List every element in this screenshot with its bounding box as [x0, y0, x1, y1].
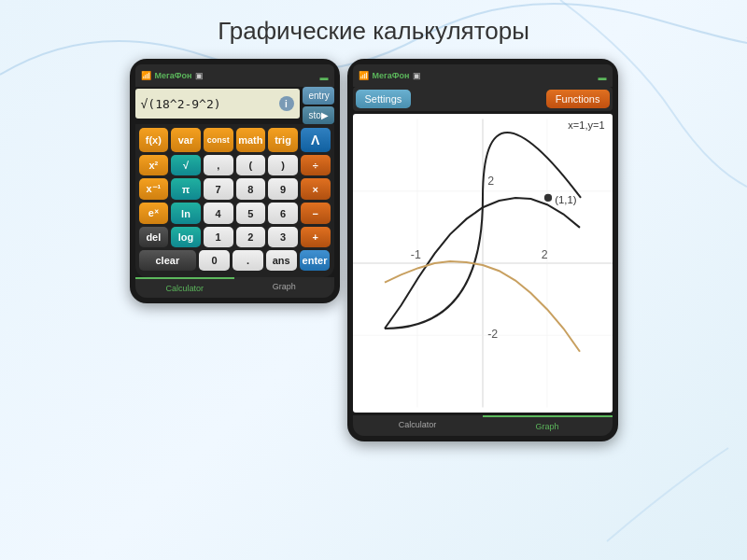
key-comma[interactable]: , — [204, 155, 233, 175]
key-math[interactable]: math — [236, 128, 266, 152]
key-multiply[interactable]: × — [301, 178, 331, 200]
coord-label: x=1,y=1 — [568, 119, 604, 131]
graph-header: Settings Functions — [353, 87, 613, 111]
calc-display: √(18^2-9^2) i — [135, 89, 300, 119]
right-battery-icon: ▬ — [599, 73, 607, 82]
left-carrier: МегаФон — [155, 71, 192, 80]
entry-button[interactable]: entry — [303, 87, 334, 105]
key-3[interactable]: 3 — [268, 227, 298, 247]
key-trig[interactable]: trig — [268, 128, 298, 152]
sto-button[interactable]: sto▶ — [303, 106, 334, 124]
tab-calculator-left[interactable]: Calculator — [135, 277, 235, 298]
tab-calculator-right[interactable]: Calculator — [353, 415, 483, 436]
key-7[interactable]: 7 — [204, 178, 233, 200]
svg-text:-2: -2 — [487, 328, 498, 341]
key-4[interactable]: 4 — [204, 203, 233, 224]
svg-text:2: 2 — [541, 248, 547, 261]
key-6[interactable]: 6 — [268, 203, 298, 224]
key-x2[interactable]: x² — [139, 155, 169, 175]
key-del[interactable]: del — [139, 227, 169, 247]
calc-display-area: √(18^2-9^2) i entry sto▶ — [135, 87, 334, 124]
key-lambda[interactable]: Λ — [301, 128, 331, 152]
phone-left: 📶 МегаФон ▣ ▬ √(18^2-9^2) i — [130, 59, 340, 303]
key-xinv[interactable]: x⁻¹ — [139, 178, 169, 200]
tab-graph-left[interactable]: Graph — [234, 277, 334, 298]
key-row-3: x⁻¹ π 7 8 9 × — [139, 178, 331, 200]
side-buttons: entry sto▶ — [303, 87, 334, 124]
calc-expression: √(18^2-9^2) — [141, 97, 221, 111]
left-status-bar: 📶 МегаФон ▣ ▬ — [135, 64, 334, 87]
point-label: (1,1) — [555, 194, 576, 205]
phone-right: 📶 МегаФон ▣ ▬ Settings Functions x=1,y=1 — [347, 59, 618, 441]
signal-icon: 📶 — [141, 71, 151, 80]
key-row-2: x² √ , ( ) ÷ — [139, 155, 331, 175]
left-status-right: ▬ — [320, 67, 329, 84]
key-ln[interactable]: ln — [171, 203, 201, 224]
key-8[interactable]: 8 — [236, 178, 266, 200]
left-bottom-bar: Calculator Graph — [135, 277, 334, 298]
info-button[interactable]: i — [279, 96, 294, 111]
calc-display-wrapper: √(18^2-9^2) i — [135, 87, 300, 124]
key-lparen[interactable]: ( — [236, 155, 266, 175]
key-sqrt[interactable]: √ — [171, 155, 201, 175]
key-ex[interactable]: eˣ — [139, 203, 169, 224]
key-var[interactable]: var — [171, 128, 201, 152]
key-row-5: del log 1 2 3 + — [139, 227, 331, 247]
right-bottom-bar: Calculator Graph — [353, 415, 613, 436]
wifi-icon: ▣ — [195, 71, 204, 80]
functions-button[interactable]: Functions — [546, 90, 610, 108]
calc-keypad: f(x) var const math trig Λ x² √ , ( ) ÷ — [135, 124, 334, 277]
tab-graph-right[interactable]: Graph — [483, 415, 613, 436]
key-plus[interactable]: + — [301, 227, 331, 247]
key-row-6: clear 0 . ans enter — [139, 250, 331, 271]
graph-svg: 2 -2 -1 2 (1,1) — [353, 114, 613, 413]
exponential-curve — [384, 261, 579, 352]
key-rparen[interactable]: ) — [268, 155, 298, 175]
key-dot[interactable]: . — [233, 250, 263, 271]
key-const[interactable]: const — [204, 128, 233, 152]
key-fx[interactable]: f(x) — [139, 128, 169, 152]
right-status-bar: 📶 МегаФон ▣ ▬ — [353, 64, 613, 87]
key-ans[interactable]: ans — [266, 250, 297, 271]
right-carrier: МегаФон — [373, 71, 410, 80]
svg-text:-1: -1 — [410, 248, 420, 261]
key-2[interactable]: 2 — [236, 227, 266, 247]
main-content: 📶 МегаФон ▣ ▬ √(18^2-9^2) i — [0, 59, 747, 441]
key-row-4: eˣ ln 4 5 6 − — [139, 203, 331, 224]
key-clear[interactable]: clear — [139, 250, 197, 271]
graph-point — [543, 194, 551, 202]
key-9[interactable]: 9 — [268, 178, 298, 200]
svg-text:2: 2 — [487, 175, 494, 188]
settings-button[interactable]: Settings — [356, 90, 412, 108]
page-title: Графические калькуляторы — [0, 0, 747, 59]
key-row-1: f(x) var const math trig Λ — [139, 128, 331, 152]
key-log[interactable]: log — [171, 227, 201, 247]
right-status-right: ▬ — [599, 67, 607, 84]
right-wifi-icon: ▣ — [413, 71, 421, 80]
key-5[interactable]: 5 — [236, 203, 266, 224]
battery-icon: ▬ — [320, 73, 329, 82]
graph-area: x=1,y=1 2 -2 -1 2 — [353, 114, 613, 413]
key-pi[interactable]: π — [171, 178, 201, 200]
key-enter[interactable]: enter — [300, 250, 331, 271]
key-0[interactable]: 0 — [199, 250, 230, 271]
right-status-left: 📶 МегаФон ▣ — [359, 71, 422, 80]
key-1[interactable]: 1 — [204, 227, 233, 247]
key-minus[interactable]: − — [301, 203, 331, 224]
right-signal-icon: 📶 — [359, 71, 369, 80]
left-status-left: 📶 МегаФон ▣ — [141, 71, 204, 80]
key-divide[interactable]: ÷ — [301, 155, 331, 175]
